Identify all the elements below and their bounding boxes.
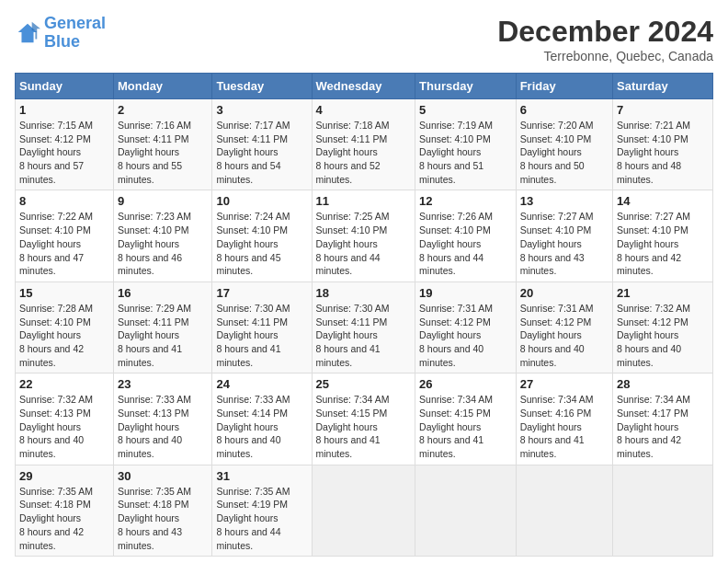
day-number: 19 <box>419 286 512 300</box>
sunset-label: Sunset: 4:11 PM <box>118 133 189 144</box>
logo-icon <box>15 20 40 46</box>
calendar-cell <box>613 465 713 556</box>
calendar-cell: 27 Sunrise: 7:34 AM Sunset: 4:16 PM Dayl… <box>516 373 612 465</box>
day-number: 30 <box>118 469 208 483</box>
day-info: Sunrise: 7:34 AM Sunset: 4:15 PM Dayligh… <box>419 393 512 460</box>
daylight-label: Daylight hours <box>617 238 678 249</box>
day-number: 28 <box>617 377 709 391</box>
daylight-label: Daylight hours <box>419 238 481 249</box>
day-info: Sunrise: 7:33 AM Sunset: 4:14 PM Dayligh… <box>216 393 307 460</box>
day-info: Sunrise: 7:32 AM Sunset: 4:13 PM Dayligh… <box>19 393 109 460</box>
day-info: Sunrise: 7:29 AM Sunset: 4:11 PM Dayligh… <box>118 302 208 369</box>
day-number: 9 <box>118 194 208 208</box>
calendar-cell: 28 Sunrise: 7:34 AM Sunset: 4:17 PM Dayl… <box>613 373 713 465</box>
daylight-label: Daylight hours <box>19 146 81 157</box>
calendar-cell: 20 Sunrise: 7:31 AM Sunset: 4:12 PM Dayl… <box>516 282 612 373</box>
day-info: Sunrise: 7:35 AM Sunset: 4:18 PM Dayligh… <box>118 485 208 552</box>
calendar-cell: 11 Sunrise: 7:25 AM Sunset: 4:10 PM Dayl… <box>312 190 415 282</box>
daylight-value: 8 hours and 42 minutes. <box>19 343 84 368</box>
daylight-label: Daylight hours <box>419 329 481 340</box>
weekday-header-tuesday: Tuesday <box>212 74 312 99</box>
daylight-value: 8 hours and 40 minutes. <box>419 343 483 368</box>
calendar-cell: 31 Sunrise: 7:35 AM Sunset: 4:19 PM Dayl… <box>212 465 312 556</box>
sunrise-label: Sunrise: 7:29 AM <box>118 303 191 314</box>
calendar-cell <box>312 465 415 556</box>
calendar-table: SundayMondayTuesdayWednesdayThursdayFrid… <box>15 73 713 557</box>
day-number: 3 <box>216 103 307 117</box>
sunset-label: Sunset: 4:14 PM <box>216 408 288 419</box>
daylight-value: 8 hours and 57 minutes. <box>19 160 84 185</box>
calendar-cell: 26 Sunrise: 7:34 AM Sunset: 4:15 PM Dayl… <box>415 373 517 465</box>
weekday-header-thursday: Thursday <box>415 74 517 99</box>
day-info: Sunrise: 7:30 AM Sunset: 4:11 PM Dayligh… <box>216 302 307 369</box>
sunset-label: Sunset: 4:16 PM <box>520 408 592 419</box>
calendar-body: 1 Sunrise: 7:15 AM Sunset: 4:12 PM Dayli… <box>16 99 713 557</box>
daylight-value: 8 hours and 43 minutes. <box>520 252 585 277</box>
day-info: Sunrise: 7:20 AM Sunset: 4:10 PM Dayligh… <box>520 119 609 186</box>
day-number: 22 <box>19 377 109 391</box>
sunrise-label: Sunrise: 7:22 AM <box>19 211 93 222</box>
weekday-header-monday: Monday <box>113 74 211 99</box>
day-info: Sunrise: 7:24 AM Sunset: 4:10 PM Dayligh… <box>216 210 307 277</box>
calendar-cell: 19 Sunrise: 7:31 AM Sunset: 4:12 PM Dayl… <box>415 282 517 373</box>
calendar-cell: 21 Sunrise: 7:32 AM Sunset: 4:12 PM Dayl… <box>613 282 713 373</box>
day-number: 11 <box>316 194 412 208</box>
daylight-label: Daylight hours <box>216 238 278 249</box>
day-number: 12 <box>419 194 512 208</box>
daylight-value: 8 hours and 50 minutes. <box>520 160 585 185</box>
sunrise-label: Sunrise: 7:30 AM <box>216 303 290 314</box>
sunrise-label: Sunrise: 7:16 AM <box>118 120 191 131</box>
day-number: 13 <box>520 194 609 208</box>
calendar-title: December 2024 <box>497 15 713 49</box>
daylight-label: Daylight hours <box>617 329 678 340</box>
sunrise-label: Sunrise: 7:32 AM <box>19 394 93 405</box>
calendar-subtitle: Terrebonne, Quebec, Canada <box>497 49 713 63</box>
daylight-label: Daylight hours <box>216 512 278 523</box>
weekday-header-wednesday: Wednesday <box>312 74 415 99</box>
sunrise-label: Sunrise: 7:25 AM <box>316 211 390 222</box>
day-number: 8 <box>19 194 109 208</box>
calendar-cell: 4 Sunrise: 7:18 AM Sunset: 4:11 PM Dayli… <box>312 99 415 190</box>
week-row-1: 1 Sunrise: 7:15 AM Sunset: 4:12 PM Dayli… <box>16 99 713 190</box>
daylight-value: 8 hours and 40 minutes. <box>118 434 182 459</box>
daylight-value: 8 hours and 42 minutes. <box>617 434 681 459</box>
daylight-value: 8 hours and 41 minutes. <box>316 343 381 368</box>
daylight-label: Daylight hours <box>118 512 179 523</box>
daylight-label: Daylight hours <box>617 421 678 432</box>
day-number: 4 <box>316 103 412 117</box>
day-number: 25 <box>316 377 412 391</box>
day-number: 2 <box>118 103 208 117</box>
sunset-label: Sunset: 4:18 PM <box>118 499 189 510</box>
daylight-value: 8 hours and 42 minutes. <box>19 526 84 551</box>
day-number: 6 <box>520 103 609 117</box>
day-info: Sunrise: 7:35 AM Sunset: 4:19 PM Dayligh… <box>216 485 307 552</box>
calendar-cell: 7 Sunrise: 7:21 AM Sunset: 4:10 PM Dayli… <box>613 99 713 190</box>
calendar-cell <box>415 465 517 556</box>
daylight-value: 8 hours and 44 minutes. <box>316 252 381 277</box>
sunrise-label: Sunrise: 7:33 AM <box>118 394 191 405</box>
day-info: Sunrise: 7:23 AM Sunset: 4:10 PM Dayligh… <box>118 210 208 277</box>
sunset-label: Sunset: 4:10 PM <box>118 224 189 236</box>
calendar-cell: 12 Sunrise: 7:26 AM Sunset: 4:10 PM Dayl… <box>415 190 517 282</box>
sunset-label: Sunset: 4:10 PM <box>520 224 592 236</box>
sunrise-label: Sunrise: 7:34 AM <box>419 394 493 405</box>
daylight-label: Daylight hours <box>216 421 278 432</box>
day-info: Sunrise: 7:35 AM Sunset: 4:18 PM Dayligh… <box>19 485 109 552</box>
sunset-label: Sunset: 4:11 PM <box>216 316 288 327</box>
sunrise-label: Sunrise: 7:27 AM <box>520 211 594 222</box>
title-block: December 2024 Terrebonne, Quebec, Canada <box>497 15 713 63</box>
calendar-cell: 23 Sunrise: 7:33 AM Sunset: 4:13 PM Dayl… <box>113 373 211 465</box>
daylight-value: 8 hours and 48 minutes. <box>617 160 681 185</box>
daylight-value: 8 hours and 41 minutes. <box>316 434 381 459</box>
sunset-label: Sunset: 4:12 PM <box>520 316 592 327</box>
daylight-value: 8 hours and 44 minutes. <box>419 252 483 277</box>
sunset-label: Sunset: 4:10 PM <box>520 133 592 144</box>
week-row-2: 8 Sunrise: 7:22 AM Sunset: 4:10 PM Dayli… <box>16 190 713 282</box>
daylight-label: Daylight hours <box>118 421 179 432</box>
daylight-label: Daylight hours <box>520 238 582 249</box>
daylight-label: Daylight hours <box>316 329 378 340</box>
day-info: Sunrise: 7:31 AM Sunset: 4:12 PM Dayligh… <box>419 302 512 369</box>
day-info: Sunrise: 7:27 AM Sunset: 4:10 PM Dayligh… <box>520 210 609 277</box>
day-info: Sunrise: 7:34 AM Sunset: 4:15 PM Dayligh… <box>316 393 412 460</box>
daylight-label: Daylight hours <box>118 238 179 249</box>
